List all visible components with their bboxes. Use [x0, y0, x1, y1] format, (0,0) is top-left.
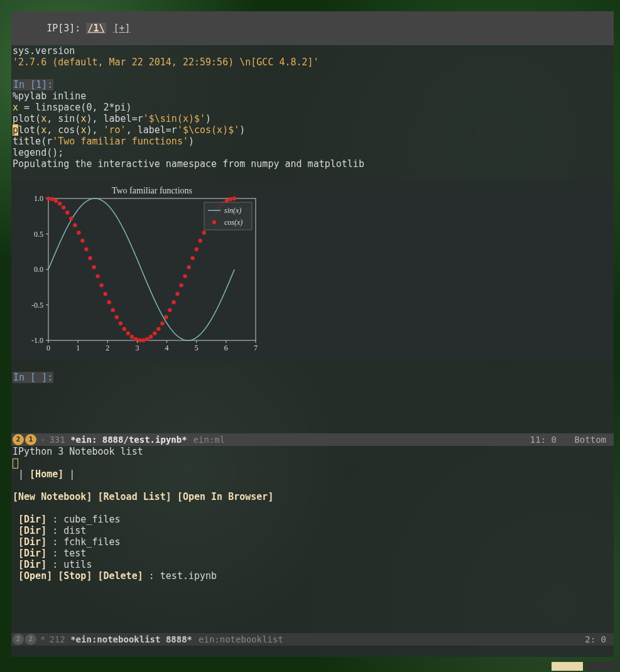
cursor-position: 11: 0	[530, 435, 557, 445]
svg-point-62	[175, 292, 179, 296]
svg-point-40	[92, 265, 95, 269]
code-line[interactable]: plot(x, cos(x), 'ro', label=r'$\cos(x)$'…	[11, 124, 614, 136]
taskbar-item[interactable]	[587, 662, 618, 671]
code-line[interactable]: legend();	[11, 147, 614, 158]
dir-row: [Dir] : dist	[11, 525, 614, 536]
svg-point-49	[126, 332, 130, 335]
svg-text:2: 2	[106, 344, 109, 352]
dir-name[interactable]: fchk_files	[63, 536, 120, 548]
dir-name[interactable]: cube_files	[63, 514, 120, 525]
svg-point-63	[179, 283, 183, 287]
workspace-add[interactable]: [+]	[112, 23, 133, 34]
code-line[interactable]: plot(x, sin(x), label=r'$\sin(x)$')	[11, 113, 614, 124]
line-number: 331	[49, 433, 65, 446]
dir-row: [Dir] : test	[11, 548, 614, 559]
svg-point-44	[107, 300, 111, 304]
svg-text:4: 4	[165, 344, 169, 352]
taskbar-item[interactable]	[552, 662, 583, 671]
svg-point-37	[80, 239, 84, 242]
svg-point-65	[187, 265, 190, 269]
notebooklist-title: IPython 3 Notebook list	[11, 446, 614, 457]
major-mode: ein:ml	[193, 433, 226, 446]
dir-tag[interactable]: [Dir]	[18, 536, 46, 548]
dir-name[interactable]: utils	[63, 559, 92, 570]
dir-tag[interactable]: [Dir]	[18, 514, 46, 525]
workspace-bar: IP[3]: /1\ [+]	[11, 11, 614, 45]
svg-point-61	[171, 300, 175, 304]
svg-point-46	[115, 315, 119, 319]
svg-point-34	[69, 217, 73, 220]
svg-text:7: 7	[254, 344, 258, 352]
output-line: '2.7.6 (default, Mar 22 2014, 22:59:56) …	[11, 57, 614, 68]
code-line[interactable]: title(r'Two familiar functions')	[11, 136, 614, 147]
badge-window: 1	[25, 434, 36, 445]
svg-text:6: 6	[224, 344, 228, 352]
svg-point-69	[202, 230, 206, 234]
open-button[interactable]: [Open]	[18, 570, 52, 582]
reload-list-button[interactable]: [Reload List]	[97, 491, 171, 502]
file-row: [Open] [Stop] [Delete] : test.ipynb	[11, 570, 614, 582]
workspace-current[interactable]: /1\	[86, 23, 106, 34]
svg-point-51	[134, 337, 138, 341]
dir-name[interactable]: dist	[63, 525, 86, 536]
emacs-top-pane[interactable]: IP[3]: /1\ [+] sys.version '2.7.6 (defau…	[11, 11, 614, 433]
cell-prompt: In [1]:	[11, 79, 614, 90]
file-name[interactable]: test.ipynb	[160, 570, 217, 582]
dir-tag[interactable]: [Dir]	[18, 559, 46, 570]
major-mode: ein:notebooklist	[199, 633, 283, 646]
svg-text:0.0: 0.0	[34, 265, 43, 274]
svg-text:5: 5	[195, 344, 199, 352]
svg-point-45	[111, 308, 115, 312]
svg-point-68	[199, 239, 202, 242]
svg-point-58	[160, 322, 164, 325]
code-line[interactable]: sys.version	[11, 45, 614, 57]
buffer-name[interactable]: *ein: 8888/test.ipynb*	[70, 433, 187, 446]
svg-point-57	[156, 327, 160, 331]
dir-name[interactable]: test	[63, 548, 86, 559]
svg-point-64	[183, 274, 187, 278]
emacs-bottom-pane[interactable]: IPython 3 Notebook list | [Home] | [New …	[11, 446, 614, 633]
delete-button[interactable]: [Delete]	[97, 570, 143, 582]
text-cursor: p	[13, 124, 18, 136]
notebooklist-actions: [New Notebook] [Reload List] [Open In Br…	[11, 491, 614, 502]
dir-tag[interactable]: [Dir]	[18, 548, 46, 559]
svg-text:-0.5: -0.5	[31, 301, 43, 310]
modeline-bottom: 2 2 * 212 *ein:notebooklist 8888* ein:no…	[11, 633, 614, 646]
ip-label: IP[3]:	[46, 23, 80, 34]
output-line: Populating the interactive namespace fro…	[11, 158, 614, 170]
dir-row: [Dir] : utils	[11, 559, 614, 570]
svg-point-48	[122, 327, 126, 331]
buffer-name[interactable]: *ein:notebooklist 8888*	[70, 633, 192, 646]
open-in-browser-button[interactable]: [Open In Browser]	[177, 491, 274, 502]
svg-text:0.5: 0.5	[34, 230, 43, 239]
svg-point-52	[138, 339, 141, 342]
svg-point-36	[77, 230, 80, 234]
line-number: 212	[49, 633, 65, 646]
svg-point-39	[88, 256, 92, 260]
svg-point-66	[191, 256, 195, 260]
svg-text:0: 0	[46, 344, 50, 352]
svg-point-43	[103, 292, 107, 296]
svg-text:1.0: 1.0	[34, 194, 43, 203]
svg-text:cos(x): cos(x)	[224, 218, 242, 227]
code-line[interactable]: %pylab inline	[11, 90, 614, 102]
svg-point-28	[46, 197, 50, 200]
matplotlib-figure: Two familiar functions01234567-1.0-0.50.…	[14, 185, 262, 354]
code-line[interactable]: x = linspace(0, 2*pi)	[11, 102, 614, 113]
dir-row: [Dir] : fchk_files	[11, 536, 614, 548]
svg-point-42	[99, 283, 103, 287]
svg-point-55	[149, 335, 153, 339]
minibuffer[interactable]	[11, 646, 614, 657]
home-link[interactable]: [Home]	[30, 469, 63, 480]
svg-point-76	[229, 197, 232, 201]
svg-text:-1.0: -1.0	[31, 336, 43, 345]
dir-tag[interactable]: [Dir]	[18, 525, 46, 536]
svg-point-33	[65, 210, 69, 214]
svg-text:1: 1	[76, 344, 80, 352]
new-notebook-button[interactable]: [New Notebook]	[13, 491, 92, 502]
stop-button[interactable]: [Stop]	[58, 570, 92, 582]
svg-point-41	[95, 274, 99, 278]
modeline-top: 2 1 - 331 *ein: 8888/test.ipynb* ein:ml …	[11, 433, 614, 446]
cell-prompt-empty[interactable]: In [ ]:	[11, 372, 614, 383]
taskbar	[0, 661, 620, 672]
